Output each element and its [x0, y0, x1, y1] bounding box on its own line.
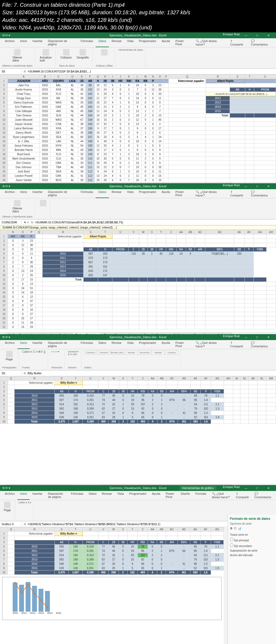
get-data-icon[interactable] [14, 49, 20, 56]
ribbon-tab[interactable]: Ayuda [159, 189, 173, 198]
ribbon-tab[interactable]: Power Pivot [163, 491, 178, 500]
ribbon-tabs: ArchivoInicioInsertarDisposición de pági… [0, 38, 276, 47]
ribbon-tab[interactable]: Insertar [30, 189, 45, 198]
ribbon-tab[interactable]: Ayuda [159, 38, 173, 47]
player-selector[interactable]: Billy Butler ▾ [55, 381, 83, 385]
format-series-pane: Formato de serie de datos Opciones de se… [227, 515, 276, 644]
ribbon-tab[interactable]: Datos [96, 340, 109, 349]
fx-icon[interactable]: fx [24, 70, 26, 73]
ribbon-tab[interactable]: Archivo [2, 491, 18, 500]
formula-input[interactable]: =SUMAR.SI.CONJUNTO(SF:SF,$A:$A,$S$3,...) [28, 70, 91, 73]
name-box[interactable]: Gráfico 5 [0, 522, 22, 526]
ribbon-tab[interactable]: Ayuda [159, 340, 173, 349]
ribbon-tab[interactable]: Programador [136, 340, 159, 349]
chart-bar[interactable] [13, 583, 18, 612]
formula-bar: S5 fx =SUMAR.SI.CONJUNTO(SF:SF,$A:$A,$S$… [0, 68, 276, 74]
chart-bar[interactable] [19, 585, 24, 612]
refresh-icon[interactable] [43, 49, 49, 56]
ribbon-tab[interactable]: Fórmulas [78, 340, 96, 349]
ribbon-tab[interactable]: Vista [124, 340, 136, 349]
chart-bar[interactable] [39, 589, 43, 612]
titlebar: ⟲ ⟳ ▾Ejercicios_Visualización_Datos.xlsx… [0, 485, 276, 491]
file-info: File: 7. Construir un tablero dinámico (… [0, 0, 276, 32]
ribbon-tab[interactable]: Revisar [109, 38, 124, 47]
stocks-icon[interactable] [63, 49, 70, 56]
ribbon-tab[interactable]: Vista [115, 491, 126, 500]
ribbon-tab[interactable]: Archivo [2, 38, 18, 47]
close-button[interactable]: ✕ [263, 33, 274, 38]
sort-icon[interactable] [101, 49, 108, 56]
ribbon-tab[interactable]: Disposición de página [45, 491, 68, 500]
chart-bar[interactable] [26, 582, 30, 612]
geo-icon[interactable] [80, 49, 86, 56]
ribbon-body: ObtenerdatosObtener y transformar datos … [0, 47, 276, 68]
titlebar: ⟲ ⟳ ▾ Ejercicios_Visualización_Datos.xls… [0, 32, 276, 38]
player-selector[interactable]: Billy Butler ▾ [55, 532, 83, 536]
ribbon-tab[interactable]: Disposición de página [45, 38, 78, 47]
ribbon-tab[interactable]: Archivo [2, 340, 18, 349]
titlebar: ⟲ ⟳ ▾Ejercicios_Visualización_Datos.xlsx… [0, 334, 276, 340]
titlebar: ⟲ ⟳ ▾Ejercicios_Visualización_Datos.xlsx… [0, 183, 276, 189]
ribbon-tab[interactable]: Insertar [30, 340, 45, 349]
maximize-button[interactable]: □ [252, 33, 263, 38]
ribbon-tab[interactable]: Fórmulas [68, 491, 86, 500]
ribbon-tab[interactable]: Datos [96, 38, 109, 47]
ribbon-tab[interactable]: Power Pivot [173, 38, 193, 47]
ribbon-tab[interactable]: Programador [136, 38, 159, 47]
ribbon-tab[interactable]: Insertar [30, 38, 45, 47]
player-selector[interactable]: Albert Pujols [206, 79, 245, 83]
ribbon-tab[interactable]: Revisar [109, 189, 124, 198]
ribbon-tab[interactable]: Power Pivot [173, 340, 193, 349]
formula-input[interactable]: =SERIES('Tablero Dinámico'!$T$4,'Tablero… [28, 522, 160, 526]
formula-hint: SUMAR.SI.CONJUNTO(rango_suma; rango_crit… [0, 225, 276, 230]
series-options-icon[interactable]: 📊 [238, 527, 241, 530]
formula-input[interactable]: Billy Butler [28, 372, 42, 375]
ribbon-tab[interactable]: Programador [136, 189, 159, 198]
effects-icon[interactable]: ⬠ [234, 527, 236, 530]
ribbon-tab[interactable]: Insertar [30, 491, 45, 500]
name-box[interactable]: COINCIDIR [0, 220, 22, 224]
ribbon-tab[interactable]: Vista [124, 189, 136, 198]
ribbon-tab[interactable]: Revisar [99, 491, 115, 500]
player-selector[interactable]: Albert Pujols [84, 234, 112, 239]
ribbon-tab[interactable]: Revisar [109, 340, 124, 349]
name-box[interactable]: S5 [0, 69, 22, 74]
name-box[interactable]: S5 [0, 371, 22, 375]
ribbon-tab[interactable]: Programador [126, 491, 149, 500]
embedded-chart[interactable]: 201020112012201320142015 [2, 577, 222, 620]
chart-bar[interactable] [32, 586, 37, 612]
ribbon-tab[interactable]: Datos [86, 491, 99, 500]
ribbon-tab[interactable]: Inicio [18, 491, 30, 500]
formula-input[interactable]: =SUMAR.SI.CONJUNTO(DatosBI!A:$A,$A:$A,$G… [35, 221, 123, 224]
ribbon-tab[interactable]: Datos [96, 189, 109, 198]
ribbon-tab[interactable]: Inicio [18, 189, 30, 198]
ribbon-tab[interactable]: Inicio [18, 340, 30, 349]
ribbon-tab[interactable]: Ayuda [149, 491, 163, 500]
ribbon-tab[interactable]: Disposición de página [45, 189, 78, 198]
ribbon-tab[interactable]: Fórmulas [78, 38, 96, 47]
ribbon-tab[interactable]: Fórmulas [78, 189, 96, 198]
fill-icon[interactable]: ◔ [230, 527, 232, 530]
ribbon-tab[interactable]: Inicio [18, 38, 30, 47]
chart-bar[interactable] [45, 591, 50, 612]
minimize-button[interactable]: — [240, 33, 251, 38]
ribbon-tab[interactable]: Disposición de página [45, 340, 78, 349]
ribbon-tab[interactable]: Power Pivot [173, 189, 193, 198]
paste-icon[interactable] [6, 351, 13, 357]
ribbon-tab[interactable]: Archivo [2, 189, 18, 198]
ribbon-tab[interactable]: Vista [124, 38, 136, 47]
